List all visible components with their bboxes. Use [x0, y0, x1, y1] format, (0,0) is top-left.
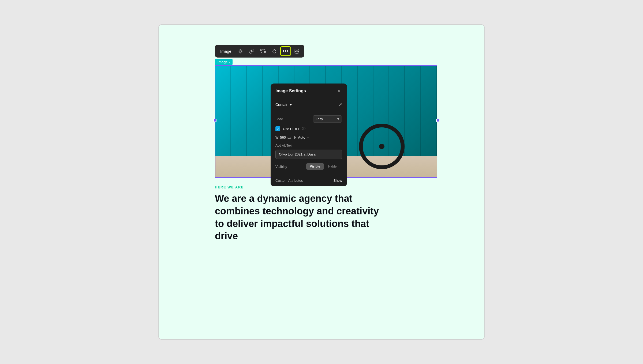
more-button[interactable]: •••: [280, 46, 291, 56]
visibility-toggle: Visible Hidden: [306, 163, 342, 170]
divider-1: [275, 112, 342, 112]
svg-line-7: [241, 50, 242, 50]
svg-line-8: [239, 52, 240, 53]
info-icon[interactable]: ⓘ: [302, 126, 305, 131]
svg-line-5: [239, 50, 240, 50]
canvas: Image: [158, 24, 485, 340]
width-label: W: [275, 136, 278, 139]
load-label: Load: [275, 117, 283, 121]
contain-row: Contain ▾ ⤢: [275, 102, 342, 107]
svg-line-6: [241, 52, 242, 53]
close-icon: ×: [338, 88, 341, 94]
hidpi-checkbox[interactable]: [275, 126, 280, 131]
content-area: HERE WE ARE We are a dynamic agency that…: [215, 185, 386, 242]
replace-button[interactable]: [258, 46, 268, 56]
load-value: Lazy: [316, 117, 323, 121]
height-value: Auto: [298, 135, 305, 139]
load-row: Load Lazy ▾: [275, 115, 342, 123]
panel-header: Image Settings ×: [271, 84, 347, 98]
bike-wheel: [359, 124, 405, 169]
panel-body: Contain ▾ ⤢ Load Lazy ▾ Use HiDPI ⓘ: [271, 98, 347, 186]
effects-button[interactable]: [235, 46, 246, 56]
content-title: We are a dynamic agency that combines te…: [215, 192, 386, 242]
svg-point-0: [240, 50, 241, 52]
color-button[interactable]: [269, 46, 280, 56]
custom-attributes-show-button[interactable]: Show: [333, 179, 342, 183]
hidden-button[interactable]: Hidden: [324, 163, 342, 170]
resize-handle-right[interactable]: [436, 119, 439, 122]
visible-button[interactable]: Visible: [306, 163, 324, 170]
chevron-down-icon: ▾: [290, 103, 292, 107]
height-group: H Auto --: [294, 135, 309, 139]
alt-text-input[interactable]: [275, 150, 342, 159]
image-settings-panel: Image Settings × Contain ▾ ⤢ Load Lazy: [271, 84, 347, 186]
image-tag-arrow: ›: [229, 60, 230, 64]
alt-text-label: Add Alt Text: [275, 144, 342, 147]
hidpi-label: Use HiDPI: [283, 127, 299, 131]
width-group: W 560 px: [275, 135, 291, 139]
height-dash: --: [307, 135, 309, 139]
resize-icon[interactable]: ⤢: [339, 102, 342, 107]
dimensions-row: W 560 px H Auto --: [275, 135, 342, 139]
contain-label: Contain: [275, 103, 288, 107]
custom-attributes-label: Custom Attributes: [275, 179, 303, 183]
width-value: 560: [280, 135, 286, 139]
link-button[interactable]: [246, 46, 257, 56]
database-button[interactable]: [291, 46, 302, 56]
resize-handle-left[interactable]: [213, 119, 216, 122]
panel-close-button[interactable]: ×: [336, 88, 342, 94]
hidpi-row: Use HiDPI ⓘ: [275, 126, 342, 131]
load-select[interactable]: Lazy ▾: [313, 115, 342, 123]
width-unit: px: [287, 136, 291, 139]
image-tag[interactable]: Image ›: [215, 59, 233, 65]
toolbar: Image: [215, 45, 304, 58]
height-label: H: [294, 136, 297, 139]
svg-point-9: [295, 49, 299, 50]
more-dots-icon: •••: [283, 48, 289, 54]
panel-title: Image Settings: [275, 89, 306, 93]
load-chevron-icon: ▾: [337, 117, 339, 121]
divider-2: [275, 174, 342, 174]
contain-dropdown[interactable]: Contain ▾: [275, 103, 292, 107]
image-tag-label: Image: [218, 60, 228, 64]
custom-attributes-row: Custom Attributes Show: [275, 177, 342, 183]
toolbar-label: Image: [217, 47, 235, 55]
visibility-row: Visiblity Visible Hidden: [275, 163, 342, 170]
visibility-label: Visiblity: [275, 165, 287, 169]
